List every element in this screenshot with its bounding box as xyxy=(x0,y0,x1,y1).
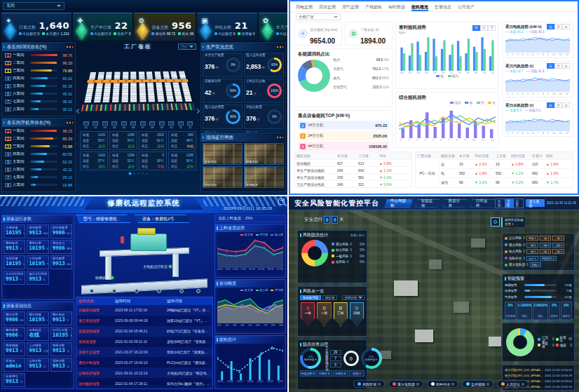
line-machine-icon[interactable]: 08 xyxy=(149,121,156,130)
line-status-card[interactable]: 转速1420 温度57℃ 状态运行 xyxy=(80,151,108,170)
hourly-energy-chart xyxy=(399,34,496,71)
area-select[interactable]: 全部区域 xyxy=(342,295,365,300)
period-toggle-btn[interactable]: 年 xyxy=(562,24,570,29)
fault-row[interactable]: 通讯中断报警2023-02-07 19:42:10PLC(ms)已超过『通讯超时… xyxy=(76,357,212,367)
carousel-dots[interactable] xyxy=(77,171,199,175)
factory-3d-view[interactable] xyxy=(77,51,199,121)
line-status-card[interactable]: 转速0 温度36℃ 状态停机 xyxy=(139,151,167,170)
line-status-card[interactable]: 转速1420 温度56℃ 状态运行 xyxy=(80,131,108,150)
line-machine-icon[interactable]: 01 xyxy=(83,121,90,130)
cctv-thumbnail[interactable]: 仓储物流 xyxy=(244,166,284,188)
map-legend-pill[interactable]: 人员定位 xyxy=(497,380,529,388)
period-toggle-btn[interactable]: 年 xyxy=(562,102,570,108)
alert-feed-row[interactable]: 明火识别(2F2_D12_BF5A63M)已恢复正常(视频预警)2021-12-… xyxy=(505,367,572,372)
line-machine-icon[interactable]: 07 xyxy=(139,121,147,130)
energy-tab[interactable]: 用气监测 xyxy=(342,4,359,11)
model-chip[interactable]: 型号：精密修磨机 xyxy=(76,215,130,223)
q1-topbar: 车间 xyxy=(0,0,287,11)
period-link[interactable]: 本周 | 本月 xyxy=(350,234,365,237)
period-toggle-btn[interactable]: 日 xyxy=(547,63,554,69)
info-tile: 整机重量 9906 t xyxy=(4,327,25,341)
risk-level-shield[interactable]: 0一级 xyxy=(301,302,315,326)
fault-row[interactable]: 液压系统报警2023-09-08 09:44:18油泵1(kg)已超过『VT』设… xyxy=(76,316,212,326)
period-toggle-btn[interactable]: 月 xyxy=(488,25,496,31)
line-machine-icon[interactable]: 06 xyxy=(130,121,137,130)
energy-tab[interactable]: 产线能耗 xyxy=(365,4,382,11)
period-toggle-btn[interactable]: 月 xyxy=(554,102,562,108)
map-legend-pill[interactable]: 风险区域 xyxy=(353,380,385,388)
energy-tab[interactable]: 用水监测 xyxy=(319,4,336,11)
line-machine-icon[interactable]: 11 xyxy=(177,121,184,130)
line-status-card[interactable]: 转速1502 温度61℃ 状态运行 xyxy=(139,131,167,150)
risk-level-shield[interactable]: 0三级 xyxy=(334,302,348,326)
info-tile: 已运行天数 10195 天 xyxy=(50,327,72,341)
risk-level-shield[interactable]: 0二级 xyxy=(317,302,331,326)
map-legend-pill[interactable]: 特种作业 xyxy=(427,380,458,388)
cctv-thumbnail[interactable]: 焊接车间 xyxy=(244,143,284,165)
map-camera-marker[interactable]: 实时作业监测告警 1 xyxy=(491,217,525,227)
period-toggle-btn[interactable]: 年 xyxy=(562,63,570,69)
period-toggle-btn[interactable]: 日 xyxy=(480,25,488,31)
plant-area-select[interactable]: 全部厂区 xyxy=(296,13,341,20)
line-status-card[interactable]: 转速1366 温度52℃ 状态运行 xyxy=(109,151,137,170)
line-machine-icon[interactable]: 03 xyxy=(102,121,109,130)
map-view-option[interactable]: 实景 xyxy=(514,199,523,208)
energy-tab[interactable]: 能耗概览 xyxy=(411,4,428,11)
nav-tab[interactable]: 中心驾驶舱 xyxy=(385,199,413,208)
line-machine-icon[interactable]: 02 xyxy=(92,121,99,130)
nav-tab[interactable]: 智能监测 xyxy=(416,199,440,208)
legend-row: 一般风险 00% xyxy=(332,253,365,259)
map-view-option[interactable]: 卫星 xyxy=(505,199,514,208)
order-icon: ✦ xyxy=(4,17,19,38)
alert-feed-row[interactable]: 明火识别(2F2_D12_BF5A63M)已恢复正常(视频预警)2021-12-… xyxy=(505,372,572,378)
period-toggle-btn[interactable]: 时 xyxy=(472,25,480,31)
line-machine-icon[interactable]: 12 xyxy=(186,121,193,130)
filter-tab[interactable]: 按区域 xyxy=(322,295,337,300)
energy-tab[interactable]: 实时数据 xyxy=(388,4,405,11)
line-machine-icon[interactable]: 10 xyxy=(168,121,175,130)
fault-row[interactable]: 温度超限报警2022-01-04 15:46:21砂轮(℃)已超过『设备温度』报… xyxy=(76,326,212,337)
map-legend-pill[interactable]: 重大危险源 xyxy=(388,380,423,388)
map-view-option[interactable]: 高德 xyxy=(496,199,505,208)
line-status-card[interactable]: 转速980 温度48℃ 状态待机 xyxy=(168,131,196,150)
nav-tab[interactable]: 数据分析 xyxy=(443,199,468,208)
map-building xyxy=(489,337,501,346)
risk-level-shield[interactable]: 0四级 xyxy=(350,302,364,326)
line-machine-icon[interactable]: 04 xyxy=(111,121,118,130)
period-toggle-btn[interactable]: 月 xyxy=(554,63,562,69)
panel-title: 现场监控画面 xyxy=(206,135,233,141)
device-chip[interactable]: 设备：修磨机2号 xyxy=(135,215,189,223)
line-status-card[interactable]: 转速1295 温度50℃ 状态运行 xyxy=(168,151,196,170)
top-device-row[interactable]: 22#空压机3525.06 xyxy=(298,131,389,140)
info-tile: 维保次数 9913 次 xyxy=(50,342,72,356)
param-tile: 累计运行时长 9913 h xyxy=(27,271,48,285)
top-device-row[interactable]: 34#空压机158036.05 xyxy=(298,142,389,151)
fault-row[interactable]: 润滑不足报警2021-03-07 16:22:09导轨(ml)已低于『润滑油』最… xyxy=(76,347,212,358)
line-status-card[interactable]: 转速1385 温度54℃ 状态运行 xyxy=(109,131,137,150)
fullscreen-icon[interactable] xyxy=(278,198,285,205)
period-toggle-btn[interactable]: 日 xyxy=(547,102,554,108)
info-tile: 点检次数 9913 次 xyxy=(27,358,48,372)
fault-row[interactable]: 过载保护报警2021-09-01 10:12:16主电机(A)已超过『额定电流』… xyxy=(76,367,212,378)
cctv-thumbnail[interactable]: 冲压车间 xyxy=(203,166,243,188)
energy-tab[interactable]: 用电监测 xyxy=(296,4,313,11)
cctv-thumbnail[interactable]: 总装车间 xyxy=(203,143,243,165)
fault-row[interactable]: 急停触发报警2022-01-04 17:28:11操作台(No.)触发『急停』按… xyxy=(76,378,212,388)
energy-tab[interactable]: 告警信息 xyxy=(435,4,451,11)
enter-system-button[interactable]: 进入系统 xyxy=(526,199,545,207)
plant-select[interactable]: 二厂 xyxy=(178,43,196,50)
line-machine-icon[interactable]: 05 xyxy=(121,121,128,130)
nav-tab[interactable]: 日常运维 xyxy=(470,199,495,208)
q1-workshop-select[interactable]: 车间 xyxy=(3,2,64,10)
map-legend-pill[interactable]: 监控视频 xyxy=(462,380,493,388)
period-toggle-btn[interactable]: 月 xyxy=(554,24,562,29)
top-device-row[interactable]: 11#空压机975.23 xyxy=(298,121,389,130)
filter-tab[interactable]: 按风险等级 xyxy=(300,295,321,300)
fault-row[interactable]: 变频器报警2022-01-03 09:11:10进给(kW)已低于『变频器』设定… xyxy=(76,337,212,347)
fault-row[interactable]: 伺服驱动报警2023-09-11 17:52:162#轴(kg)已超过『VT』设… xyxy=(76,305,212,316)
line-machine-icon[interactable]: 09 xyxy=(158,121,165,130)
energy-tab[interactable]: 公司资产 xyxy=(458,4,475,11)
machine-3d-view[interactable]: 联网状态 主电机运行状态 xyxy=(76,225,213,295)
hazard-chip: 未整改 0 xyxy=(333,370,348,377)
period-toggle-btn[interactable]: 日 xyxy=(547,24,554,29)
